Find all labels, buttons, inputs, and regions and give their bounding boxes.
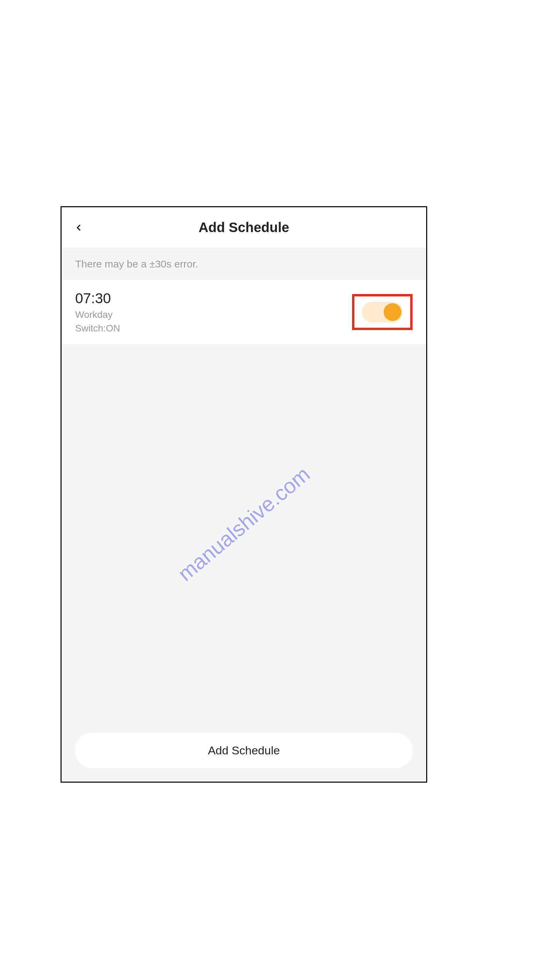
toggle-knob (384, 303, 401, 321)
phone-frame: Add Schedule There may be a ±30s error. … (60, 206, 427, 783)
schedule-time: 07:30 (75, 290, 120, 307)
header: Add Schedule (62, 207, 426, 248)
schedule-item[interactable]: 07:30 Workday Switch:ON (62, 280, 426, 344)
back-icon[interactable] (72, 221, 86, 234)
content-area: manualshive.com (62, 344, 426, 723)
schedule-switch-label: Switch:ON (75, 323, 120, 334)
info-banner: There may be a ±30s error. (62, 248, 426, 280)
add-schedule-button[interactable]: Add Schedule (75, 733, 413, 768)
schedule-days: Workday (75, 309, 120, 320)
watermark: manualshive.com (173, 462, 314, 585)
toggle-highlight-box (352, 294, 413, 330)
schedule-toggle[interactable] (362, 302, 403, 322)
schedule-info: 07:30 Workday Switch:ON (75, 290, 120, 334)
page-title: Add Schedule (198, 220, 289, 235)
